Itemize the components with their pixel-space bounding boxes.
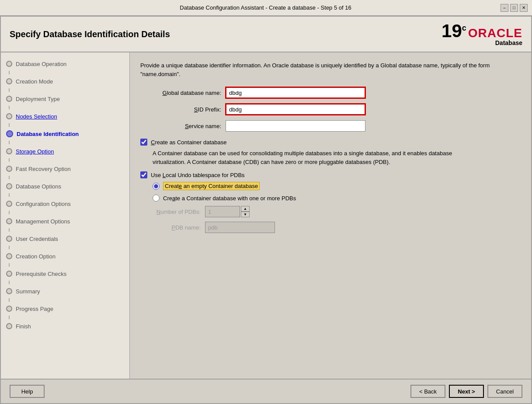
pdb-decrement-button: ▼ <box>241 212 250 217</box>
sidebar-dot-6 <box>6 166 12 172</box>
sidebar: Database Operation Creation Mode Deploym… <box>1 52 130 379</box>
sidebar-item-creation-option[interactable]: Creation Option <box>1 249 129 263</box>
sidebar-label-14: Progress Page <box>16 306 53 312</box>
pdb-spinner: ▲ ▼ <box>241 206 250 217</box>
cancel-button[interactable]: Cancel <box>487 385 522 398</box>
with-pdbs-radio[interactable] <box>153 195 160 202</box>
service-input[interactable] <box>226 120 365 132</box>
sidebar-label-2: Deployment Type <box>16 96 60 102</box>
sidebar-label-9: Management Options <box>16 218 70 225</box>
num-pdbs-label: Number of PDBs: <box>153 209 205 215</box>
sidebar-item-user-credentials[interactable]: User Credentials <box>1 232 129 246</box>
sid-row: SID Prefix: <box>140 104 521 115</box>
empty-container-label[interactable]: Create an empty Container database <box>163 182 260 190</box>
sidebar-label-11: Creation Option <box>16 253 56 260</box>
sidebar-dot-4 <box>6 130 13 137</box>
sidebar-item-storage-option[interactable]: Storage Option <box>1 144 129 158</box>
sidebar-label-8: Configuration Options <box>16 201 71 207</box>
sidebar-item-database-options[interactable]: Database Options <box>1 179 129 193</box>
sidebar-dot-14 <box>6 306 12 312</box>
sidebar-label-15: Finish <box>16 323 31 330</box>
container-section: Create as Container database A Container… <box>140 139 521 233</box>
pdb-name-label: PDB name: <box>153 224 205 231</box>
sidebar-item-creation-mode[interactable]: Creation Mode <box>1 74 129 88</box>
sidebar-item-management-options[interactable]: Management Options <box>1 214 129 228</box>
sidebar-label-12: Prerequisite Checks <box>16 271 66 277</box>
global-db-input[interactable] <box>226 87 365 98</box>
sidebar-item-database-operation[interactable]: Database Operation <box>1 57 129 71</box>
sidebar-item-progress-page[interactable]: Progress Page <box>1 302 129 316</box>
sidebar-dot-10 <box>6 236 12 242</box>
connector-6 <box>9 176 10 179</box>
bottom-bar: Help < Back Next > Cancel <box>1 379 531 403</box>
sidebar-dot-15 <box>6 323 12 329</box>
with-pdbs-label[interactable]: Create a Container database with one or … <box>163 195 296 202</box>
sidebar-label-7: Database Options <box>16 183 61 190</box>
sidebar-label-6: Fast Recovery Option <box>16 166 71 172</box>
main-window: Specify Database Identification Details … <box>0 16 532 404</box>
sidebar-item-finish[interactable]: Finish <box>1 319 129 333</box>
close-button[interactable]: ✕ <box>520 4 528 12</box>
connector-4 <box>9 141 10 144</box>
create-container-label[interactable]: Create as Container database <box>151 139 226 146</box>
sidebar-item-prerequisite-checks[interactable]: Prerequisite Checks <box>1 267 129 281</box>
sidebar-dot-13 <box>6 288 12 294</box>
oracle-brand-block: ORACLE Database <box>468 27 522 46</box>
num-pdbs-row: Number of PDBs: ▲ ▼ <box>153 206 521 217</box>
num-pdbs-input <box>205 206 240 217</box>
sidebar-item-deployment-type[interactable]: Deployment Type <box>1 92 129 106</box>
sidebar-dot-12 <box>6 271 12 277</box>
connector-10 <box>9 246 10 249</box>
minimize-button[interactable]: – <box>501 4 508 12</box>
window-controls: – □ ✕ <box>501 4 528 12</box>
description-text: Provide a unique database identifier inf… <box>140 61 499 78</box>
connector-11 <box>9 263 10 267</box>
sid-input[interactable] <box>226 104 365 115</box>
help-button[interactable]: Help <box>10 385 45 398</box>
with-pdbs-row: Create a Container database with one or … <box>153 195 521 202</box>
pdb-name-input <box>205 222 275 233</box>
sidebar-label-5: Storage Option <box>16 148 54 155</box>
content-area: Database Operation Creation Mode Deploym… <box>1 52 531 379</box>
connector-7 <box>9 193 10 197</box>
sidebar-item-summary[interactable]: Summary <box>1 284 129 298</box>
maximize-button[interactable]: □ <box>510 4 518 12</box>
pdb-increment-button: ▲ <box>241 206 250 212</box>
connector-8 <box>9 211 10 214</box>
sidebar-item-configuration-options[interactable]: Configuration Options <box>1 197 129 211</box>
sidebar-label-0: Database Operation <box>16 61 66 67</box>
main-panel: Provide a unique database identifier inf… <box>130 52 531 379</box>
sidebar-label-3: Nodes Selection <box>16 113 57 120</box>
sidebar-dot-8 <box>6 201 12 207</box>
service-label: Service name: <box>140 123 226 129</box>
global-db-label: Global database name: <box>140 90 226 96</box>
local-undo-label[interactable]: Use Local Undo tablespace for PDBs <box>151 172 245 178</box>
sidebar-dot-5 <box>6 148 12 154</box>
sid-label: SID Prefix: <box>140 106 226 113</box>
sidebar-label-4: Database Identification <box>17 131 79 137</box>
sidebar-label-1: Creation Mode <box>16 78 53 85</box>
connector-12 <box>9 281 10 284</box>
next-button[interactable]: Next > <box>449 385 484 398</box>
local-undo-checkbox[interactable] <box>140 171 147 178</box>
connector-0 <box>9 71 10 74</box>
sidebar-item-nodes-selection[interactable]: Nodes Selection <box>1 109 129 123</box>
window-title: Database Configuration Assistant - Creat… <box>31 4 501 11</box>
sidebar-item-database-identification[interactable]: Database Identification <box>1 127 129 141</box>
container-description: A Container database can be used for con… <box>153 149 485 166</box>
sidebar-dot-0 <box>6 61 12 67</box>
local-undo-row: Use Local Undo tablespace for PDBs <box>140 171 521 178</box>
create-container-row: Create as Container database <box>140 139 521 146</box>
connector-3 <box>9 123 10 127</box>
oracle-logo: 19c ORACLE Database <box>442 22 522 46</box>
sidebar-dot-3 <box>6 113 12 119</box>
sidebar-label-10: User Credentials <box>16 236 58 242</box>
sidebar-item-fast-recovery[interactable]: Fast Recovery Option <box>1 162 129 176</box>
connector-9 <box>9 228 10 232</box>
create-container-checkbox[interactable] <box>140 139 147 146</box>
empty-container-radio[interactable] <box>153 183 160 190</box>
sidebar-dot-11 <box>6 253 12 259</box>
oracle-product-text: Database <box>468 39 522 46</box>
back-button[interactable]: < Back <box>410 385 445 398</box>
oracle-brand-text: ORACLE <box>468 27 522 39</box>
